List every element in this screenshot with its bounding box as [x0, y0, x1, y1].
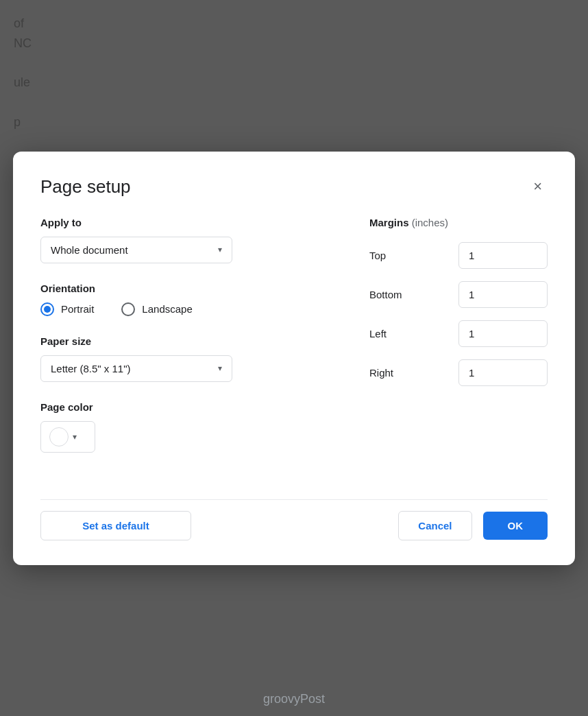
- cancel-button[interactable]: Cancel: [398, 511, 471, 540]
- margin-bottom-input[interactable]: [458, 281, 548, 308]
- color-picker-arrow-icon: ▾: [73, 432, 77, 442]
- apply-to-select[interactable]: Whole document ▾: [40, 237, 232, 263]
- landscape-label: Landscape: [142, 303, 192, 315]
- right-column: Margins (inches) Top Bottom Left Right: [369, 217, 548, 472]
- portrait-option[interactable]: Portrait: [40, 302, 94, 316]
- margin-left-row: Left: [369, 320, 548, 347]
- landscape-option[interactable]: Landscape: [121, 302, 192, 316]
- margin-left-label: Left: [369, 328, 411, 339]
- apply-to-value: Whole document: [51, 244, 128, 256]
- paper-size-label: Paper size: [40, 335, 328, 347]
- margin-top-input[interactable]: [458, 242, 548, 269]
- apply-to-label: Apply to: [40, 217, 328, 228]
- margin-right-label: Right: [369, 367, 411, 379]
- dialog-body: Apply to Whole document ▾ Orientation Po…: [40, 217, 548, 472]
- margin-right-input[interactable]: [458, 359, 548, 386]
- portrait-label: Portrait: [61, 303, 94, 315]
- margin-left-input[interactable]: [458, 320, 548, 347]
- close-button[interactable]: ×: [528, 176, 548, 197]
- landscape-radio[interactable]: [121, 302, 135, 316]
- page-color-label: Page color: [40, 401, 328, 413]
- dialog-header: Page setup ×: [40, 176, 548, 198]
- page-color-picker[interactable]: ▾: [40, 421, 95, 453]
- apply-to-arrow-icon: ▾: [218, 245, 222, 254]
- paper-size-arrow-icon: ▾: [218, 363, 222, 373]
- margin-top-label: Top: [369, 250, 411, 261]
- margins-unit: (inches): [412, 217, 448, 228]
- orientation-radio-group: Portrait Landscape: [40, 302, 328, 316]
- page-setup-dialog: Page setup × Apply to Whole document ▾ O…: [13, 152, 575, 565]
- margins-label: Margins: [369, 217, 409, 228]
- margin-top-row: Top: [369, 242, 548, 269]
- orientation-section: Orientation Portrait Landscape: [40, 283, 328, 316]
- orientation-label: Orientation: [40, 283, 328, 294]
- margin-bottom-row: Bottom: [369, 281, 548, 308]
- set-as-default-button[interactable]: Set as default: [40, 511, 191, 540]
- margin-bottom-label: Bottom: [369, 289, 411, 300]
- margins-header: Margins (inches): [369, 217, 548, 228]
- margin-right-row: Right: [369, 359, 548, 386]
- paper-size-section: Paper size Letter (8.5" x 11") ▾: [40, 335, 328, 382]
- ok-button[interactable]: OK: [483, 512, 548, 540]
- paper-size-select[interactable]: Letter (8.5" x 11") ▾: [40, 355, 232, 382]
- dialog-title: Page setup: [40, 176, 131, 198]
- dialog-footer: Set as default Cancel OK: [40, 499, 548, 540]
- left-column: Apply to Whole document ▾ Orientation Po…: [40, 217, 328, 472]
- paper-size-value: Letter (8.5" x 11"): [51, 363, 131, 374]
- color-swatch: [49, 427, 69, 446]
- page-color-section: Page color ▾: [40, 401, 328, 453]
- portrait-radio[interactable]: [40, 302, 54, 316]
